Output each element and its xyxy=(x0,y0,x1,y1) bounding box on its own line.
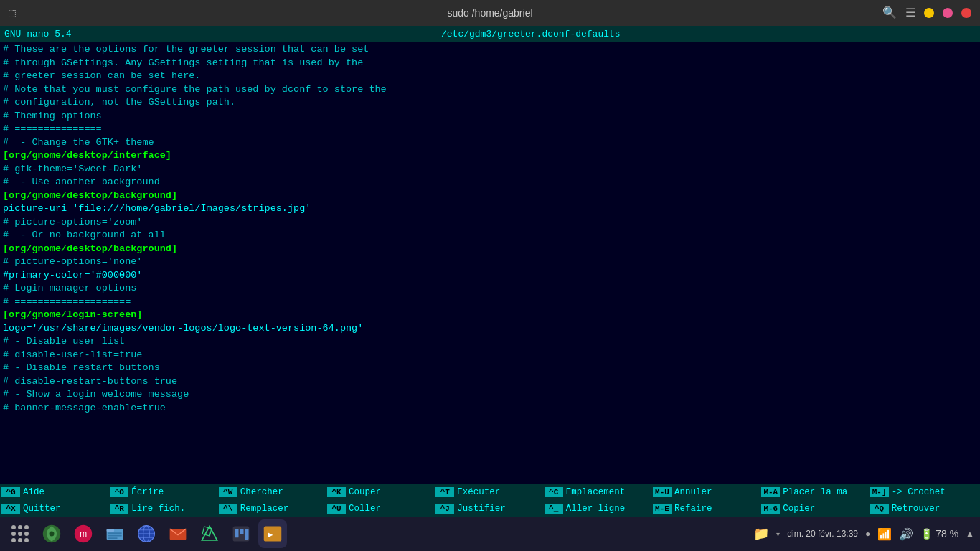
gnome-icon[interactable] xyxy=(37,519,66,548)
nano-topbar: GNU nano 5.4 /etc/gdm3/greeter.dconf-def… xyxy=(0,26,980,42)
apps-grid-icon[interactable] xyxy=(6,519,34,548)
shortcut-item[interactable]: M-]-> Crochet xyxy=(870,487,979,497)
shortcut-label: Refaire xyxy=(674,504,712,514)
shortcut-key: ^C xyxy=(545,487,563,497)
titlebar-controls: 🔍 ☰ xyxy=(882,6,971,20)
clock-display: dim. 20 févr. 13:39 xyxy=(787,529,858,539)
close-button[interactable] xyxy=(961,8,971,18)
shortcut-key: ^O xyxy=(110,487,128,497)
kanboard-icon[interactable] xyxy=(227,519,255,548)
shortcut-item[interactable]: ^KCouper xyxy=(327,487,435,497)
shortcut-item[interactable]: M-6Copier xyxy=(761,504,870,514)
shortcut-label: Remplacer xyxy=(240,504,289,514)
shell-icon[interactable]: ▶ xyxy=(258,519,287,548)
editor-line: # through GSettings. Any GSettings setti… xyxy=(0,57,980,70)
shortcut-item[interactable]: ^RLire fich. xyxy=(110,504,218,514)
wifi-icon[interactable]: 📶 xyxy=(877,527,892,541)
shortcut-item[interactable]: ^CEmplacement xyxy=(545,487,653,497)
maximize-button[interactable] xyxy=(943,8,953,18)
shortcut-bar: ^GAide^OÉcrire^WChercher^KCouper^TExécut… xyxy=(0,484,980,517)
terminal-icon: ⬚ xyxy=(9,6,16,20)
editor-line: # - Or no background at all xyxy=(0,229,980,242)
search-icon[interactable]: 🔍 xyxy=(882,6,897,20)
shortcut-item[interactable]: ^QRetrouver xyxy=(870,504,979,514)
editor-line: # configuration, not the GSettings path. xyxy=(0,96,980,110)
editor-line: # picture-options='none' xyxy=(0,255,980,269)
shortcut-item[interactable]: ^UColler xyxy=(327,504,435,514)
editor-line: #primary-color='#000000' xyxy=(0,269,980,283)
editor-line: # - Use another background xyxy=(0,176,980,189)
shortcut-item[interactable]: ^XQuitter xyxy=(1,504,110,514)
minimize-button[interactable] xyxy=(924,8,934,18)
shortcut-key: ^J xyxy=(435,504,454,514)
editor-line: # greeter session can be set here. xyxy=(0,70,980,83)
shortcut-item[interactable]: ^WChercher xyxy=(219,487,327,497)
shortcut-label: Écrire xyxy=(131,487,164,497)
shortcut-item[interactable]: ^OÉcrire xyxy=(110,487,218,497)
battery-icon[interactable]: 🔋 78 % xyxy=(920,528,958,540)
shortcut-item[interactable]: ^\Remplacer xyxy=(219,504,327,514)
titlebar-title: sudo /home/gabriel xyxy=(447,7,532,19)
shortcut-label: Annuler xyxy=(674,487,712,497)
editor-line: # disable-restart-buttons=true xyxy=(0,375,980,389)
shortcut-item[interactable]: ^TExécuter xyxy=(435,487,544,497)
shortcut-label: Aide xyxy=(23,487,44,497)
titlebar-left: ⬚ xyxy=(9,6,16,20)
svg-rect-8 xyxy=(108,537,117,539)
editor-line: # banner-message-enable=true xyxy=(0,402,980,415)
tray-arrow-icon[interactable]: ▲ xyxy=(966,529,974,539)
editor-line: [org/gnome/desktop/background] xyxy=(0,242,980,256)
editor-area[interactable]: # These are the options for the greeter … xyxy=(0,42,980,484)
editor-line: logo='/usr/share/images/vendor-logos/log… xyxy=(0,322,980,336)
shortcut-label: Retrouver xyxy=(892,504,941,514)
editor-line: # =============== xyxy=(0,123,980,136)
shortcut-key: M-U xyxy=(653,487,672,497)
file-manager-icon[interactable] xyxy=(100,519,129,548)
files-tray-icon[interactable]: 📁 xyxy=(753,526,769,542)
svg-text:m: m xyxy=(80,529,87,539)
volume-icon[interactable]: 🔊 xyxy=(899,527,913,541)
shortcut-label: Justifier xyxy=(457,504,506,514)
shortcut-item[interactable]: ^_Aller ligne xyxy=(545,504,653,514)
manjaro-icon[interactable]: m xyxy=(69,519,98,548)
shortcut-label: Emplacement xyxy=(566,487,626,497)
editor-line: # ==================== xyxy=(0,296,980,309)
nano-version: GNU nano 5.4 xyxy=(4,29,72,39)
shortcut-key: M-A xyxy=(761,487,780,497)
shortcut-item[interactable]: ^GAide xyxy=(1,487,110,497)
vector-icon[interactable] xyxy=(195,519,224,548)
shortcut-key: ^_ xyxy=(545,504,563,514)
svg-rect-5 xyxy=(107,529,115,532)
shortcut-label: Couper xyxy=(349,487,381,497)
shortcut-key: M-] xyxy=(870,487,889,497)
svg-text:▶: ▶ xyxy=(268,529,273,540)
editor-line: # - Disable user list xyxy=(0,335,980,349)
shortcut-item[interactable]: M-ERefaire xyxy=(653,504,761,514)
email-icon[interactable] xyxy=(164,519,192,548)
shortcut-key: ^U xyxy=(327,504,346,514)
editor-line: # Note that you must configure the path … xyxy=(0,83,980,97)
editor-line: picture-uri='file:///home/gabriel/Images… xyxy=(0,202,980,216)
editor-line: # gtk-theme='Sweet-Dark' xyxy=(0,163,980,176)
shortcut-label: Coller xyxy=(349,504,381,514)
shortcut-key: ^R xyxy=(110,504,128,514)
editor-line: [org/gnome/desktop/interface] xyxy=(0,149,980,163)
shortcut-key: ^Q xyxy=(870,504,889,514)
svg-rect-19 xyxy=(235,529,238,537)
shortcut-item[interactable]: M-UAnnuler xyxy=(653,487,761,497)
editor-line: # - Disable restart buttons xyxy=(0,362,980,375)
editor-line: # - Change the GTK+ theme xyxy=(0,136,980,150)
shortcut-label: Exécuter xyxy=(457,487,500,497)
shortcut-label: Quitter xyxy=(23,504,61,514)
titlebar: ⬚ sudo /home/gabriel 🔍 ☰ xyxy=(0,0,980,26)
editor-line: # Login manager options xyxy=(0,282,980,296)
shortcut-key: ^K xyxy=(327,487,346,497)
shortcut-item[interactable]: M-APlacer la ma xyxy=(761,487,870,497)
shortcut-label: Placer la ma xyxy=(783,487,847,497)
editor-line: # Theming options xyxy=(0,110,980,123)
editor-line: # picture-options='zoom' xyxy=(0,216,980,230)
shortcut-item[interactable]: ^JJustifier xyxy=(435,504,544,514)
menu-icon[interactable]: ☰ xyxy=(905,6,915,20)
browser-icon[interactable] xyxy=(132,519,161,548)
shortcut-row-1: ^GAide^OÉcrire^WChercher^KCouper^TExécut… xyxy=(0,487,980,497)
